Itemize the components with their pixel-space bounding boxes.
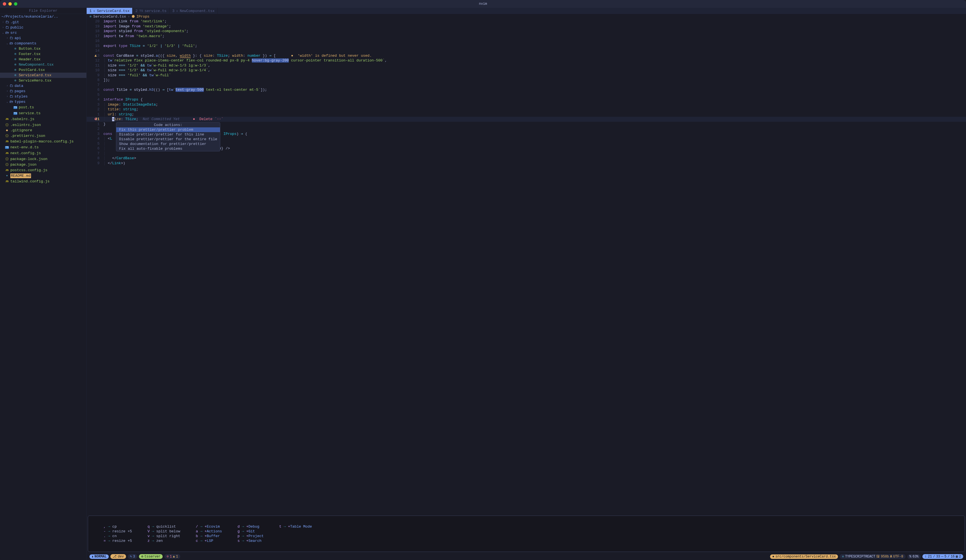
- whichkey-item[interactable]: t → +Table Mode: [275, 524, 312, 529]
- code-line[interactable]: 15export type TSize = '1/2' | '1/3' | 'f…: [87, 44, 966, 49]
- tree-item-postcss-config-js[interactable]: JSpostcss.config.js: [0, 167, 86, 173]
- tree-item-Button-tsx[interactable]: ⚛Button.tsx: [0, 46, 86, 51]
- tree-item-label: components: [15, 41, 36, 46]
- popup-title: Code actions:: [116, 123, 220, 128]
- tab-NewComponent-tsx[interactable]: 3⚛NewComponent.tsx: [170, 8, 218, 14]
- code-line[interactable]: 20import Link from 'next/link';: [87, 19, 966, 24]
- code-action-item[interactable]: Fix all auto-fixable problems: [116, 146, 220, 151]
- whichkey-item[interactable]: p → +Project: [233, 534, 264, 539]
- tree-item-README-md[interactable]: ▾README.md: [0, 173, 86, 178]
- tree-item--gitignore[interactable]: ◆.gitignore: [0, 128, 86, 133]
- code-line[interactable]: 11│ size === '1/2' && tw`w-full md:w-1/3…: [87, 63, 966, 68]
- tree-item-api[interactable]: ›🗀api: [0, 36, 86, 41]
- tree-item-NewComponent-tsx[interactable]: ⚛NewComponent.tsx: [0, 62, 86, 67]
- tree-item-data[interactable]: ›🗀data: [0, 83, 86, 88]
- code-line[interactable]: ▲13const CardBase = styled.a(({ size, wi…: [87, 53, 966, 58]
- whichkey-item[interactable]: = → resize +5: [99, 539, 132, 543]
- code-line[interactable]: 7: [87, 83, 966, 88]
- tree-item-components[interactable]: ⌄🗁components: [0, 41, 86, 46]
- code-line[interactable]: 7│: [87, 151, 966, 156]
- tree-item-label: pages: [15, 89, 25, 93]
- tree-item-label: types: [15, 100, 25, 104]
- tree-item--babelrc-js[interactable]: JS.babelrc.js: [0, 116, 86, 122]
- tree-item-package-lock-json[interactable]: {}package-lock.json: [0, 156, 86, 162]
- whichkey-item[interactable]: c → +LSP: [191, 539, 222, 543]
- tree-item-next-config-js[interactable]: JSnext.config.js: [0, 150, 86, 156]
- whichkey-item[interactable]: z → zen: [143, 539, 180, 543]
- dot-icon: ●: [772, 555, 774, 558]
- tree-item-Header-tsx[interactable]: ⚛Header.tsx: [0, 57, 86, 62]
- tree-item-next-env-d-ts[interactable]: next-env.d.ts: [0, 144, 86, 150]
- whichkey-item[interactable]: b → +Buffer: [191, 534, 222, 539]
- tree-item-package-json[interactable]: {}package.json: [0, 162, 86, 167]
- whichkey-item[interactable]: , → cp: [99, 524, 132, 529]
- whichkey-item[interactable]: q → quicklist: [143, 524, 180, 529]
- code-line[interactable]: 4interface IProps {: [87, 97, 966, 102]
- close-window-icon[interactable]: [3, 2, 6, 6]
- tree-item-tailwind-config-js[interactable]: JStailwind.config.js: [0, 178, 86, 184]
- tree-item-src[interactable]: ⌄🗁src: [0, 30, 86, 36]
- tab-ServiceCard-tsx[interactable]: 1⚛ServiceCard.tsx: [87, 8, 133, 14]
- react-icon: ⚛: [89, 14, 92, 19]
- whichkey-item[interactable]: V → split below: [143, 529, 180, 534]
- tree-item-babel-plugin-macros-config-js[interactable]: JSbabel-plugin-macros.config.js: [0, 139, 86, 144]
- editor[interactable]: 20import Link from 'next/link';19import …: [87, 19, 966, 514]
- minimize-window-icon[interactable]: [8, 2, 12, 6]
- code-line[interactable]: 19import Image from 'next/image';: [87, 24, 966, 29]
- code-line[interactable]: ⊘21│ size: TSize; Not Committed Yet ● De…: [87, 117, 966, 122]
- code-line[interactable]: 9│ </Link>): [87, 161, 966, 166]
- tree-item-pages[interactable]: ›🗀pages: [0, 88, 86, 94]
- tree-item-label: tailwind.config.js: [10, 179, 49, 184]
- tree-item--prettierrc-json[interactable]: {}.prettierrc.json: [0, 133, 86, 139]
- code-action-item[interactable]: Show documentation for prettier/prettier: [116, 142, 220, 146]
- tree-item-service-ts[interactable]: service.ts: [0, 110, 86, 116]
- tree-item-label: babel-plugin-macros.config.js: [10, 139, 74, 144]
- tree-item--eslintrc-json[interactable]: {}.eslintrc.json: [0, 122, 86, 128]
- tree-item-ServiceHero-tsx[interactable]: ⚛ServiceHero.tsx: [0, 78, 86, 83]
- code-line[interactable]: 6const Title = styled.h3(() ⇒ [tw`text-g…: [87, 87, 966, 92]
- code-line[interactable]: 5: [87, 92, 966, 97]
- whichkey-item[interactable]: v → split right: [143, 534, 180, 539]
- interface-icon: ⬢: [131, 14, 135, 19]
- tree-item-label: api: [15, 36, 21, 41]
- tree-item-PostCard-tsx[interactable]: ⚛PostCard.tsx: [0, 67, 86, 73]
- warning-icon: ▲: [173, 555, 175, 558]
- tree-item-public[interactable]: ›🗀public: [0, 25, 86, 30]
- tree-item-post-ts[interactable]: post.ts: [0, 105, 86, 110]
- tree-item-Footer-tsx[interactable]: ⚛Footer.tsx: [0, 51, 86, 57]
- tab-service-ts[interactable]: 2TSservice.ts: [133, 8, 169, 14]
- git-diff: ✎ 3: [128, 554, 137, 559]
- code-action-item[interactable]: Disable prettier/prettier for the entire…: [116, 137, 220, 142]
- tree-item-styles[interactable]: ›🗀styles: [0, 94, 86, 99]
- whichkey-item[interactable]: . → cn: [99, 534, 132, 539]
- tree-item-types[interactable]: ⌄🗁types: [0, 99, 86, 105]
- code-line[interactable]: 9│ size === 'full' && tw`w-full`: [87, 73, 966, 78]
- file-tree[interactable]: ›🗀.git›🗀public⌄🗁src›🗀api⌄🗁components⚛But…: [0, 19, 86, 560]
- whichkey-item[interactable]: d → +Debug: [233, 524, 264, 529]
- code-line[interactable]: 2│ title: string;: [87, 107, 966, 112]
- code-line[interactable]: 8]);: [87, 78, 966, 83]
- chevron-icon: ›: [6, 94, 9, 99]
- code-action-item[interactable]: Fix this prettier/prettier problem: [116, 128, 220, 132]
- code-line[interactable]: 12│ tw`relative flex place-items-center …: [87, 58, 966, 63]
- whichkey-item[interactable]: - → resize +5: [99, 529, 132, 534]
- tree-item--git[interactable]: ›🗀.git: [0, 20, 86, 25]
- whichkey-item[interactable]: a → +Actions: [191, 529, 222, 534]
- code-line[interactable]: 10│ size === '1/3' && tw`w-full md:w-1/3…: [87, 68, 966, 73]
- code-line[interactable]: 8│ </CardBase>: [87, 156, 966, 161]
- whichkey-item[interactable]: / → +Ecovim: [191, 524, 222, 529]
- code-line[interactable]: 16: [87, 39, 966, 44]
- whichkey-item[interactable]: s → +Search: [233, 539, 264, 543]
- code-line[interactable]: 18import styled from 'styled-components'…: [87, 29, 966, 34]
- ts-icon: [13, 111, 18, 116]
- code-line[interactable]: 3│ image: StaticImageData;: [87, 102, 966, 107]
- tree-item-ServiceCard-tsx[interactable]: ⚛ServiceCard.tsx: [0, 73, 86, 78]
- whichkey-item[interactable]: g → +Git: [233, 529, 264, 534]
- folder-open-icon: 🗁: [5, 30, 9, 35]
- code-line[interactable]: 1│ url: string;: [87, 112, 966, 117]
- code-actions-popup: Code actions: Fix this prettier/prettier…: [116, 122, 220, 151]
- code-line[interactable]: 14: [87, 48, 966, 53]
- code-action-item[interactable]: Disable prettier/prettier for this line: [116, 132, 220, 137]
- code-line[interactable]: 17import tw from 'twin.macro';: [87, 34, 966, 39]
- maximize-window-icon[interactable]: [14, 2, 17, 6]
